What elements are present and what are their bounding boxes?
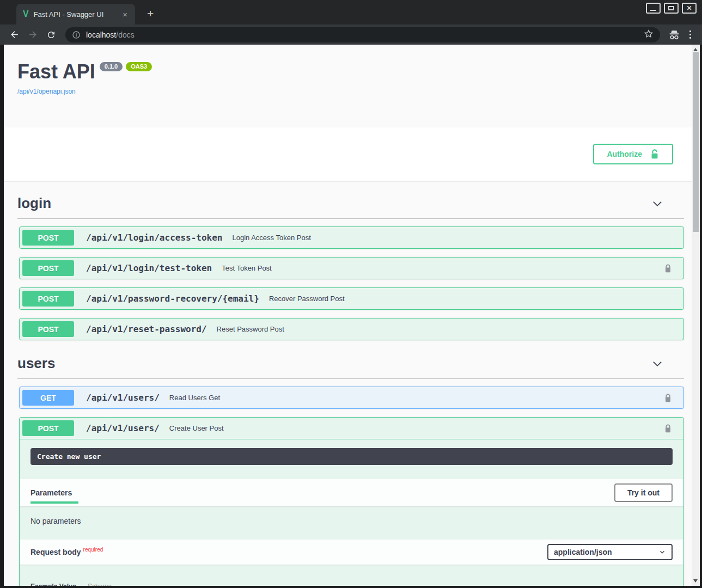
reload-icon [46, 30, 56, 40]
op-login-test-token[interactable]: POST /api/v1/login/test-token Test Token… [19, 257, 684, 279]
method-badge: POST [22, 291, 74, 307]
api-badges: 0.1.0OAS3 [100, 62, 152, 71]
model-example: Example Value Schema { [20, 565, 683, 586]
locked-padlock-icon[interactable] [661, 422, 675, 434]
op-summary: Create User Post [169, 424, 661, 432]
section-login-header[interactable]: login [17, 181, 684, 219]
op-summary: Read Users Get [169, 394, 661, 402]
back-button[interactable] [7, 27, 22, 42]
request-body-label-wrap: Request bodyrequired [30, 547, 103, 557]
section-title: login [17, 195, 51, 212]
close-button[interactable] [682, 3, 697, 14]
op-path: /api/v1/password-recovery/{email} [86, 293, 259, 304]
op-path: /api/v1/login/test-token [86, 263, 212, 273]
section-users: users GET /api/v1/users/ Read Users Get [17, 348, 684, 586]
request-body-header: Request bodyrequired application/json [20, 540, 683, 565]
scrollbar[interactable] [692, 45, 700, 586]
method-badge: POST [22, 230, 74, 246]
new-tab-button[interactable]: + [144, 7, 157, 20]
scrollbar-down-arrow[interactable] [693, 579, 698, 583]
window-controls [646, 3, 697, 14]
chevron-down-icon [658, 548, 666, 556]
op-expanded-body: Create new user Parameters Try it out No… [20, 448, 683, 586]
info-icon [72, 30, 81, 39]
locked-padlock-icon[interactable] [661, 262, 675, 274]
tab-parameters[interactable]: Parameters [30, 488, 72, 497]
try-it-out-button[interactable]: Try it out [614, 483, 673, 502]
url-path: /docs [116, 30, 134, 39]
titlebar: V Fast API - Swagger UI × + [0, 0, 702, 24]
chevron-down-icon[interactable] [651, 358, 663, 370]
browser-tab[interactable]: V Fast API - Swagger UI × [16, 4, 135, 24]
swagger-page: Fast API0.1.0OAS3 /api/v1/openapi.json A… [4, 45, 692, 586]
api-info: Fast API0.1.0OAS3 /api/v1/openapi.json [4, 45, 692, 96]
request-body-label: Request body [30, 548, 81, 556]
authorize-button[interactable]: Authorize [593, 144, 673, 164]
op-summary: Recover Password Post [269, 295, 681, 303]
section-title: users [17, 355, 55, 372]
scrollbar-up-arrow[interactable] [693, 48, 698, 51]
scrollbar-thumb[interactable] [693, 52, 699, 232]
locked-padlock-icon[interactable] [661, 392, 675, 404]
method-badge: POST [22, 260, 74, 276]
parameters-header: Parameters Try it out [20, 479, 683, 506]
op-description: Create new user [30, 448, 673, 465]
url-text: localhost/docs [86, 30, 135, 39]
method-badge: POST [22, 321, 74, 337]
op-path: /api/v1/login/access-token [86, 232, 222, 243]
op-reset-password[interactable]: POST /api/v1/reset-password/ Reset Passw… [19, 318, 684, 340]
version-badge: 0.1.0 [100, 62, 123, 71]
op-create-user[interactable]: POST /api/v1/users/ Create User Post Cre… [19, 417, 684, 586]
back-icon [9, 29, 20, 40]
op-login-access-token[interactable]: POST /api/v1/login/access-token Login Ac… [19, 226, 684, 249]
incognito-icon [667, 27, 682, 42]
oas3-badge: OAS3 [126, 62, 152, 71]
section-users-header[interactable]: users [17, 348, 684, 379]
minimize-button[interactable] [646, 3, 661, 14]
browser-toolbar: localhost/docs [0, 24, 702, 45]
scheme-container: Authorize [4, 127, 692, 181]
method-badge: GET [22, 390, 74, 406]
content-type-select[interactable]: application/json [547, 544, 673, 560]
op-summary: Test Token Post [222, 264, 661, 272]
forward-button[interactable] [25, 27, 40, 42]
op-summary: Login Access Token Post [232, 234, 681, 242]
op-password-recovery[interactable]: POST /api/v1/password-recovery/{email} R… [19, 287, 684, 310]
forward-icon [28, 29, 38, 40]
op-summary: Reset Password Post [217, 325, 681, 333]
page-title: Fast API [17, 60, 95, 83]
op-path: /api/v1/users/ [86, 393, 160, 403]
content-type-value: application/json [554, 548, 612, 556]
tab-separator [82, 583, 82, 586]
method-badge: POST [22, 420, 74, 436]
favicon-icon: V [23, 10, 29, 19]
url-host: localhost [86, 30, 116, 39]
chevron-down-icon[interactable] [651, 198, 663, 210]
bookmark-star-icon[interactable] [644, 29, 654, 40]
unlocked-padlock-icon [650, 149, 660, 160]
reload-button[interactable] [44, 27, 59, 42]
url-bar[interactable]: localhost/docs [65, 27, 660, 42]
section-login: login POST /api/v1/login/access-token Lo… [17, 181, 684, 340]
op-path: /api/v1/users/ [86, 423, 160, 433]
no-parameters-text: No parameters [20, 506, 683, 540]
browser-window: V Fast API - Swagger UI × + localhost/do… [0, 0, 702, 588]
tab-title: Fast API - Swagger UI [34, 10, 117, 19]
openapi-spec-link[interactable]: /api/v1/openapi.json [17, 88, 76, 95]
op-path: /api/v1/reset-password/ [86, 324, 207, 334]
required-flag: required [83, 547, 103, 553]
tab-schema[interactable]: Schema [88, 583, 112, 586]
tab-close-icon[interactable]: × [121, 10, 129, 19]
maximize-button[interactable] [664, 3, 679, 14]
tab-example-value[interactable]: Example Value [30, 583, 76, 586]
browser-menu-button[interactable] [685, 28, 695, 41]
browser-body: Fast API0.1.0OAS3 /api/v1/openapi.json A… [0, 45, 702, 588]
authorize-label: Authorize [607, 150, 642, 158]
op-read-users[interactable]: GET /api/v1/users/ Read Users Get [19, 387, 684, 409]
